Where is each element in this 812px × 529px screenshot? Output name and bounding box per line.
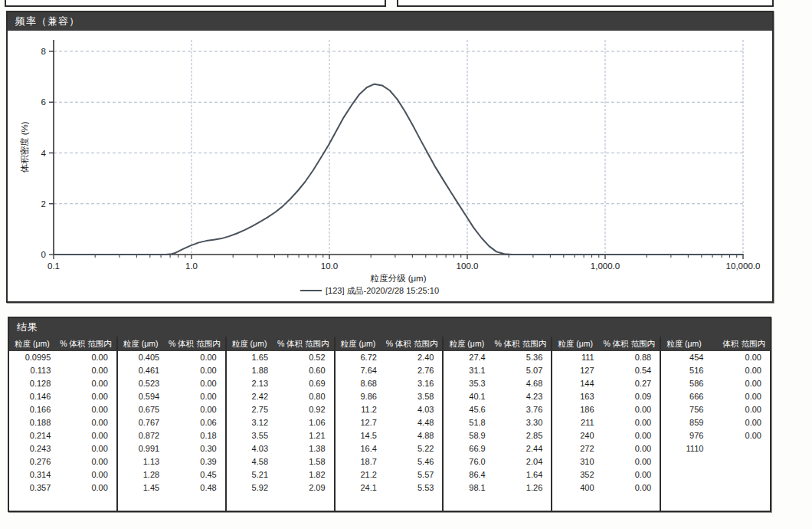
table-row: 2.130.69 <box>227 377 334 390</box>
table-row: 9.863.58 <box>336 390 443 403</box>
size-value: 6.72 <box>336 351 385 364</box>
size-value: 163 <box>552 390 601 403</box>
table-row: 8.683.16 <box>336 377 443 390</box>
results-panel: 结果 粒度 (μm)% 体积 范围内0.09950.000.1130.000.1… <box>8 317 771 512</box>
table-row: 5.922.09 <box>227 481 334 495</box>
pct-value: 0.00 <box>602 455 660 468</box>
results-column-header: 粒度 (μm)% 体积 范围内 <box>118 337 225 351</box>
table-row: 2400.00 <box>552 429 660 442</box>
pct-value: 0.48 <box>167 481 225 495</box>
x-axis-title: 粒度分级 (μm) <box>369 274 426 283</box>
pct-value: 2.09 <box>276 481 334 495</box>
pct-value: 1.38 <box>276 442 334 455</box>
x-tick-label: 1,000.0 <box>591 261 620 271</box>
pct-value: 0.00 <box>58 390 116 403</box>
top-panel-remnant-right <box>397 0 774 7</box>
table-row: 7560.00 <box>661 403 770 416</box>
table-row: 3100.00 <box>552 455 660 468</box>
size-value: 40.1 <box>444 390 493 403</box>
pct-value: 3.16 <box>385 377 443 390</box>
size-value: 24.1 <box>336 481 385 495</box>
table-row: 0.4050.00 <box>118 351 225 364</box>
size-value: 144 <box>552 377 601 390</box>
size-value: 1.13 <box>118 455 167 468</box>
pct-value: 0.00 <box>58 377 116 390</box>
table-row: 8590.00 <box>661 416 770 429</box>
results-column-header: 粒度 (μm)% 体积 范围内 <box>336 337 443 351</box>
results-column-header: 粒度 (μm)% 体积 范围内 <box>9 337 116 351</box>
table-row: 1.280.45 <box>118 468 225 481</box>
pct-header: 体积 范围内 <box>709 337 770 351</box>
pct-header: % 体积 范围内 <box>273 337 333 351</box>
results-column-header: 粒度 (μm)% 体积 范围内 <box>552 337 660 351</box>
pct-value: 0.88 <box>602 351 660 364</box>
size-value: 4.58 <box>227 455 276 468</box>
pct-value: 2.76 <box>385 364 443 377</box>
pct-value: 0.00 <box>602 416 660 429</box>
pct-header: % 体积 范围内 <box>165 337 224 351</box>
pct-value: 0.00 <box>167 351 225 364</box>
size-value: 8.68 <box>336 377 385 390</box>
table-row: 0.3140.00 <box>9 468 116 481</box>
pct-value: 0.45 <box>167 468 225 481</box>
size-value: 859 <box>661 416 711 429</box>
size-value: 18.7 <box>336 455 385 468</box>
size-value: 86.4 <box>444 468 493 481</box>
table-row: 98.11.26 <box>444 481 551 495</box>
pct-value: 1.58 <box>276 455 334 468</box>
pct-value: 0.00 <box>602 468 660 481</box>
pct-value: 0.00 <box>167 377 225 390</box>
size-value: 0.214 <box>9 429 58 442</box>
size-value: 0.276 <box>9 455 58 468</box>
pct-value: 0.69 <box>276 377 334 390</box>
table-row: 0.8720.18 <box>118 429 225 442</box>
size-value: 4.03 <box>227 442 276 455</box>
pct-value <box>711 442 770 455</box>
size-value: 5.21 <box>227 468 276 481</box>
pct-value: 4.48 <box>385 416 443 429</box>
table-row: 1110.88 <box>552 351 660 364</box>
pct-value: 4.03 <box>385 403 443 416</box>
pct-value: 0.00 <box>58 455 116 468</box>
table-row: 0.2140.00 <box>9 429 116 442</box>
pct-value: 0.00 <box>167 364 225 377</box>
size-value: 272 <box>552 442 601 455</box>
table-row: 1.450.48 <box>118 481 225 495</box>
table-row: 18.75.46 <box>336 455 443 468</box>
table-row: 0.2430.00 <box>9 442 116 455</box>
results-column-group: 粒度 (μm)% 体积 范围内0.09950.000.1130.000.1280… <box>9 337 118 511</box>
pct-value: 0.00 <box>711 390 770 403</box>
table-row: 6.722.40 <box>336 351 443 364</box>
table-row: 1110 <box>661 442 770 455</box>
table-row: 5.211.82 <box>227 468 334 481</box>
size-value: 51.8 <box>444 416 493 429</box>
table-row: 21.25.57 <box>336 468 443 481</box>
size-value: 0.675 <box>118 403 167 416</box>
size-value: 27.4 <box>444 351 493 364</box>
pct-value: 0.30 <box>167 442 225 455</box>
pct-value: 0.00 <box>58 442 116 455</box>
table-row: 9760.00 <box>661 429 770 442</box>
size-value: 0.405 <box>118 351 167 364</box>
pct-value: 0.00 <box>711 416 770 429</box>
frequency-panel-title: 频率（兼容） <box>8 12 772 31</box>
size-value: 21.2 <box>336 468 385 481</box>
results-column-group: 粒度 (μm)% 体积 范围内27.45.3631.15.0735.34.684… <box>444 337 552 511</box>
table-row: 1270.54 <box>552 364 660 377</box>
table-row: 45.63.76 <box>444 403 551 416</box>
size-value: 58.9 <box>444 429 493 442</box>
size-value: 66.9 <box>444 442 493 455</box>
table-row: 3.551.21 <box>227 429 334 442</box>
table-row: 16.45.22 <box>336 442 443 455</box>
table-row: 0.1460.00 <box>9 390 116 403</box>
pct-value: 0.09 <box>602 390 660 403</box>
table-row: 0.2760.00 <box>9 455 116 468</box>
size-value: 12.7 <box>336 416 385 429</box>
results-table: 粒度 (μm)% 体积 范围内0.09950.000.1130.000.1280… <box>9 337 770 511</box>
results-column-header: 粒度 (μm)% 体积 范围内 <box>444 337 551 351</box>
table-row: 2720.00 <box>552 442 660 455</box>
frequency-chart-svg: 0.11.010.0100.01,000.010,000.002468体积密度 … <box>8 31 771 301</box>
pct-value: 0.92 <box>276 403 334 416</box>
size-value: 666 <box>661 390 711 403</box>
table-row: 4000.00 <box>552 481 660 495</box>
